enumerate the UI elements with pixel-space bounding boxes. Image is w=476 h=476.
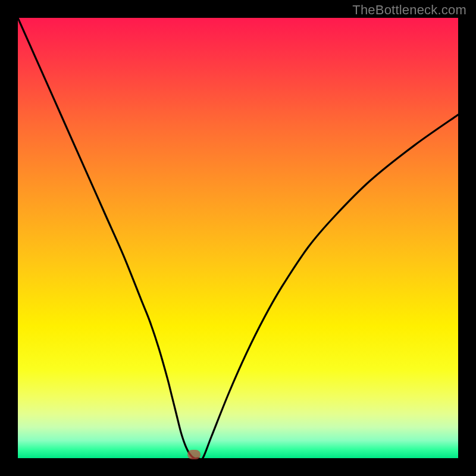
vertex-marker [187, 450, 201, 459]
curve-layer [18, 18, 458, 458]
bottleneck-curve [18, 18, 458, 458]
plot-area [18, 18, 458, 458]
chart-stage: TheBottleneck.com [0, 0, 476, 476]
watermark-text: TheBottleneck.com [352, 2, 466, 18]
